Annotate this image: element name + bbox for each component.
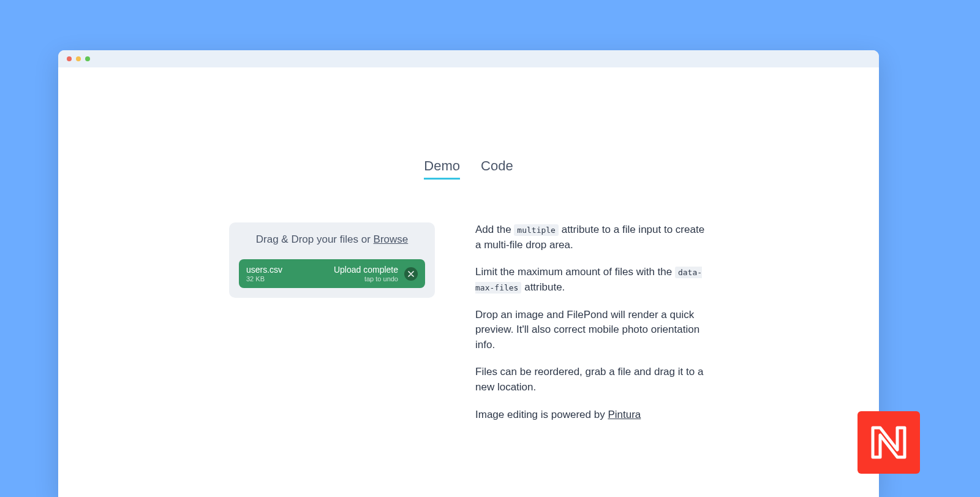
brand-badge[interactable] [858, 411, 920, 474]
copy-p2a: Limit the maximum amount of files with t… [475, 266, 675, 278]
dropzone-label: Drag & Drop your files or Browse [239, 233, 425, 246]
traffic-minimize-icon[interactable] [76, 56, 81, 61]
pintura-link[interactable]: Pintura [608, 409, 641, 420]
copy-p2b: attribute. [521, 281, 565, 293]
copy-p3: Drop an image and FilePond will render a… [475, 308, 708, 353]
tab-bar: Demo Code [424, 158, 513, 180]
browser-window: Demo Code Drag & Drop your files or Brow… [58, 50, 879, 497]
browse-link[interactable]: Browse [374, 233, 409, 245]
file-remove-button[interactable] [404, 267, 418, 281]
tab-code[interactable]: Code [481, 158, 513, 180]
file-size: 32 KB [246, 275, 282, 283]
dropzone-label-text: Drag & Drop your files or [256, 233, 374, 245]
file-name: users.csv [246, 265, 282, 275]
file-info: users.csv 32 KB [246, 265, 282, 283]
copy-p5: Image editing is powered by Pintura [475, 408, 708, 423]
description-column: Add the multiple attribute to a file inp… [475, 222, 708, 434]
copy-p5a: Image editing is powered by [475, 409, 608, 420]
file-dropzone[interactable]: Drag & Drop your files or Browse users.c… [229, 222, 435, 298]
tab-demo[interactable]: Demo [424, 158, 460, 180]
copy-p4: Files can be reordered, grab a file and … [475, 365, 708, 395]
file-substatus: tap to undo [282, 275, 398, 283]
page-content: Demo Code Drag & Drop your files or Brow… [58, 67, 879, 434]
close-icon [408, 271, 414, 277]
file-item[interactable]: users.csv 32 KB Upload complete tap to u… [239, 259, 425, 288]
brand-badge-icon [869, 423, 908, 462]
file-status-block: Upload complete tap to undo [282, 265, 398, 283]
window-titlebar [58, 50, 879, 67]
traffic-close-icon[interactable] [67, 56, 72, 61]
file-status: Upload complete [282, 265, 398, 275]
code-multiple: multiple [514, 224, 559, 236]
copy-p1: Add the multiple attribute to a file inp… [475, 222, 708, 252]
traffic-zoom-icon[interactable] [85, 56, 90, 61]
copy-p1a: Add the [475, 224, 514, 235]
copy-p2: Limit the maximum amount of files with t… [475, 265, 708, 295]
